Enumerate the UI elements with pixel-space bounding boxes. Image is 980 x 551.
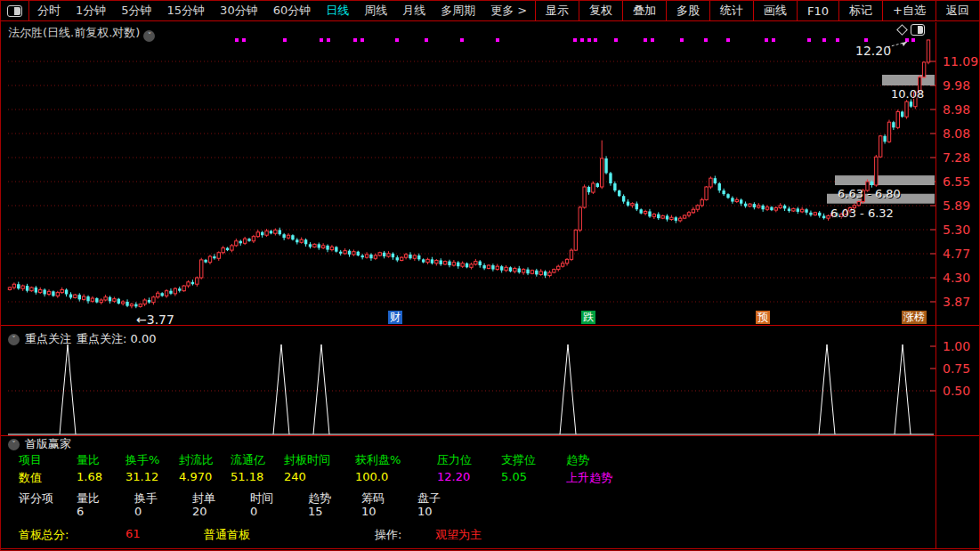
metric-value-流通亿: 51.18 xyxy=(231,470,263,483)
score-value-盘子: 10 xyxy=(417,505,433,518)
metric-label-封板时间: 封板时间 xyxy=(284,452,330,468)
board-grade: 普通首板 xyxy=(204,527,250,543)
score-value-时间: 0 xyxy=(250,505,257,518)
metric-value-趋势: 上升趋势 xyxy=(566,470,612,486)
metric-label-换手%: 换手% xyxy=(126,452,159,468)
metric-value-压力位: 12.20 xyxy=(437,470,470,483)
total-score-value: 61 xyxy=(126,527,141,540)
metric-label-支撑位: 支撑位 xyxy=(501,452,536,468)
metric-value-支撑位: 5.05 xyxy=(501,470,527,483)
score-value-换手: 0 xyxy=(134,505,142,518)
metric-label-封流比: 封流比 xyxy=(179,452,214,468)
metric-value-封流比: 4.970 xyxy=(179,470,212,483)
metric-value-量比: 1.68 xyxy=(77,470,102,483)
action-value: 观望为主 xyxy=(435,527,482,543)
metric-label-压力位: 压力位 xyxy=(437,452,472,468)
metric-value-项目: 数值 xyxy=(19,470,42,486)
metric-label-流通亿: 流通亿 xyxy=(231,452,265,468)
score-value-趋势: 15 xyxy=(308,505,323,518)
metric-label-获利盘%: 获利盘% xyxy=(355,452,401,468)
score-value-封单: 20 xyxy=(192,505,207,518)
metric-value-封板时间: 240 xyxy=(284,470,306,483)
metric-value-获利盘%: 100.0 xyxy=(355,470,388,483)
action-label: 操作: xyxy=(375,527,401,543)
score-label-评分项: 评分项 xyxy=(19,490,53,506)
metric-label-趋势: 趋势 xyxy=(566,452,589,468)
metric-label-量比: 量比 xyxy=(77,452,100,468)
metric-value-换手%: 31.12 xyxy=(126,470,158,483)
score-panel: 项目数值量比1.68换手%31.12封流比4.970流通亿51.18封板时间24… xyxy=(1,1,979,550)
score-value-量比: 6 xyxy=(77,505,84,518)
total-score-label: 首板总分: xyxy=(19,527,69,543)
metric-label-项目: 项目 xyxy=(19,452,42,468)
app-window: 11.099.988.988.087.286.555.895.304.774.3… xyxy=(0,0,980,551)
score-value-筹码: 10 xyxy=(361,505,377,518)
